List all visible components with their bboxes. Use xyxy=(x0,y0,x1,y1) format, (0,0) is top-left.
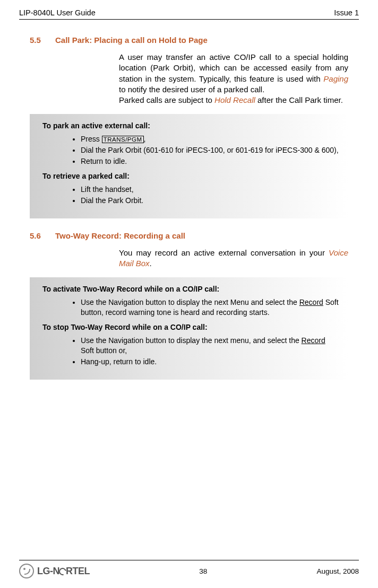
procedure-heading: To activate Two-Way Record while on a CO… xyxy=(38,285,340,293)
page-content: 5.5 Call Park: Placing a call on Hold to… xyxy=(0,36,378,380)
list-item: Lift the handset, xyxy=(81,185,340,195)
text-run: Soft button or, xyxy=(81,346,127,355)
procedure-list: Press TRANS/PGM, Dial the Park Orbit (60… xyxy=(81,134,340,166)
body-paragraph: You may record an active external conver… xyxy=(119,248,348,269)
procedure-heading: To stop Two-Way Record while on a CO/IP … xyxy=(38,323,340,331)
text-run: after the Call Park timer. xyxy=(255,95,343,104)
list-item: Dial the Park Orbit (601-610 for iPECS-1… xyxy=(81,145,340,155)
list-item: Use the Navigation button to display the… xyxy=(81,336,340,356)
text-run: , xyxy=(144,135,146,143)
text-run: You may record an active external conver… xyxy=(119,248,329,257)
section-title: Two-Way Record: Recording a call xyxy=(55,231,185,240)
text-run: Use the Navigation button to display the… xyxy=(81,298,299,306)
procedure-list: Use the Navigation button to display the… xyxy=(81,297,340,318)
text-run: Use the Navigation button to display the… xyxy=(81,336,302,345)
cross-reference-link: Hold Recall xyxy=(214,95,255,104)
procedure-box: To activate Two-Way Record while on a CO… xyxy=(30,277,348,379)
footer-date: August, 2008 xyxy=(316,567,359,575)
list-item: Use the Navigation button to display the… xyxy=(81,297,340,318)
text-run: . xyxy=(150,259,152,268)
section-heading: 5.6 Two-Way Record: Recording a call xyxy=(30,231,348,240)
soft-button-label: Record xyxy=(302,336,325,345)
body-paragraph: A user may transfer an active CO/IP call… xyxy=(119,52,348,95)
page-header: LIP-8040L User Guide Issue 1 xyxy=(0,0,378,19)
list-item: Dial the Park Orbit. xyxy=(81,196,340,206)
list-item: Hang-up, return to idle. xyxy=(81,357,340,367)
footer-rule xyxy=(19,560,359,560)
section-number: 5.6 xyxy=(30,231,55,240)
doc-title: LIP-8040L User Guide xyxy=(19,8,96,17)
lg-circle-icon xyxy=(19,564,34,578)
procedure-list: Use the Navigation button to display the… xyxy=(81,336,340,367)
text-run: A user may transfer an active CO/IP call… xyxy=(119,52,348,83)
procedure-heading: To park an active external call: xyxy=(38,121,340,130)
text-run: Parked calls are subject to xyxy=(119,95,214,104)
logo-nortel: RTEL xyxy=(66,566,90,576)
procedure-box: To park an active external call: Press T… xyxy=(30,114,348,218)
list-item: Press TRANS/PGM, xyxy=(81,134,340,144)
page-number: 38 xyxy=(199,567,207,575)
soft-button-label: Record xyxy=(299,298,323,306)
lg-nortel-logo: LG-NRTEL xyxy=(19,564,90,578)
logo-text: LG-NRTEL xyxy=(37,566,90,577)
logo-lg: LG xyxy=(37,566,50,576)
text-run: Press xyxy=(81,135,102,143)
keycap: TRANS/PGM xyxy=(102,136,144,143)
procedure-heading: To retrieve a parked call: xyxy=(38,172,340,180)
section-number: 5.5 xyxy=(30,36,55,45)
body-paragraph: Parked calls are subject to Hold Recall … xyxy=(119,95,348,106)
page-footer: LG-NRTEL 38 August, 2008 xyxy=(0,560,378,588)
section-heading: 5.5 Call Park: Placing a call on Hold to… xyxy=(30,36,348,45)
header-rule xyxy=(19,19,359,20)
issue-number: Issue 1 xyxy=(334,8,359,17)
section-title: Call Park: Placing a call on Hold to Pag… xyxy=(55,36,208,45)
text-run: to notify the desired user of a parked c… xyxy=(119,85,264,94)
list-item: Return to idle. xyxy=(81,156,340,166)
cross-reference-link: Paging xyxy=(323,74,348,83)
procedure-list: Lift the handset, Dial the Park Orbit. xyxy=(81,185,340,206)
